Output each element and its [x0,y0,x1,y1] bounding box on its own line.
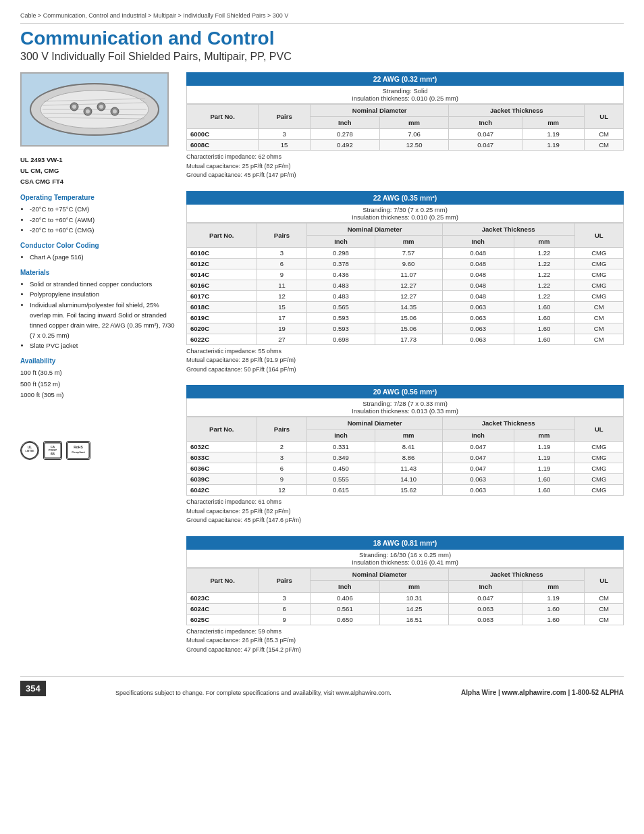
cell-nd-in: 0.593 [307,312,375,323]
cell-jt-mm: 1.60 [514,301,574,312]
availability-heading: Availability [20,357,176,365]
cell-jt-mm: 1.22 [514,269,574,280]
svg-text:Compliant: Compliant [72,450,85,454]
note-line: Mutual capacitance: 25 pF/ft (82 pF/m) [186,163,291,170]
table-notes-4: Characteristic impedance: 59 ohmsMutual … [186,625,624,655]
table-row: 6020C 19 0.593 15.06 0.063 1.60 CM [187,323,624,334]
col-mm-1: mm [375,429,442,442]
svg-text:LISTEE: LISTEE [26,450,34,452]
table-header-2: 22 AWG (0.35 mm²) [186,191,624,205]
cell-pairs: 17 [257,312,307,323]
cell-jt-in: 0.047 [442,442,514,452]
cell-jt-mm: 1.60 [522,603,585,614]
cell-nd-in: 0.555 [307,474,375,485]
cell-jt-mm: 1.60 [514,474,574,485]
svg-point-11 [86,109,90,113]
svg-text:CA: CA [51,445,55,448]
cell-ul: CMG [574,474,623,485]
cell-jt-in: 0.063 [442,323,514,334]
col-part-no: Part No. [187,417,257,442]
col-pairs: Pairs [257,223,307,247]
col-inch-2: Inch [442,235,514,247]
cell-ul: CM [585,129,624,140]
cell-jt-mm: 1.60 [514,312,574,323]
cell-part: 6018C [187,301,257,312]
footer-left: 354 [20,681,46,696]
cell-ul: CM [585,140,624,151]
cell-jt-in: 0.048 [442,247,514,258]
cell-nd-mm: 17.73 [375,334,442,344]
cell-jt-mm: 1.60 [514,323,574,334]
table-row: 6012C 6 0.378 9.60 0.048 1.22 CMG [187,258,624,269]
cell-jt-in: 0.047 [442,452,514,463]
cell-nd-in: 0.436 [307,269,375,280]
cell-nd-in: 0.378 [307,258,375,269]
cell-nd-mm: 9.60 [375,258,442,269]
col-part-no: Part No. [187,105,259,129]
cell-nd-mm: 15.06 [375,312,442,323]
col-pairs: Pairs [257,417,307,442]
col-inch-1: Inch [310,580,379,592]
cell-part: 6020C [187,323,257,334]
cell-part: 6000C [187,129,259,140]
cell-ul: CMG [574,280,623,290]
table-notes-1: Characteristic impedance: 62 ohmsMutual … [186,151,624,180]
footer-brand: Alpha Wire | www.alphawire.com | 1-800-5… [461,689,624,696]
cell-part: 6039C [187,474,257,485]
availability-line-1: 100 ft (30.5 m) [20,367,176,378]
cell-jt-in: 0.063 [449,614,522,625]
cell-part: 6019C [187,312,257,323]
col-jacket-thick: Jacket Thickness [449,568,585,580]
col-mm-1: mm [379,117,449,129]
cell-part: 6042C [187,485,257,496]
table-row: 6010C 3 0.298 7.57 0.048 1.22 CMG [187,247,624,258]
cell-nd-in: 0.483 [307,290,375,301]
cell-nd-mm: 8.86 [375,452,442,463]
cell-jt-in: 0.048 [442,280,514,290]
cell-nd-mm: 12.27 [375,280,442,290]
availability-line-3: 1000 ft (305 m) [20,390,176,400]
table-notes-2: Characteristic impedance: 55 ohmsMutual … [186,345,624,375]
cell-nd-in: 0.565 [307,301,375,312]
operating-temp-heading: Operating Temperature [20,194,176,201]
table-row: 6024C 6 0.561 14.25 0.063 1.60 CM [187,603,624,614]
cell-pairs: 15 [257,301,307,312]
col-mm-2: mm [514,235,574,247]
cell-nd-in: 0.483 [307,280,375,290]
note-line: Mutual capacitance: 25 pF/ft (82 pF/m) [186,508,291,515]
col-jacket-thick: Jacket Thickness [449,105,585,117]
table-row: 6000C 3 0.278 7.06 0.047 1.19 CM [187,129,624,140]
cell-ul: CM [574,334,623,344]
cell-part: 6022C [187,334,257,344]
cell-nd-in: 0.593 [307,323,375,334]
cell-nd-in: 0.331 [307,442,375,452]
col-nominal-diam: Nominal Diameter [310,105,449,117]
cell-ul: CM [574,301,623,312]
cell-ul: CMG [574,452,623,463]
table-row: 6022C 27 0.698 17.73 0.063 1.60 CM [187,334,624,344]
main-title: Communication and Control [20,28,624,49]
cell-nd-mm: 12.50 [379,140,449,151]
cert-line-3: CSA CMG FT4 [20,176,176,187]
cell-jt-in: 0.063 [449,603,522,614]
cell-pairs: 9 [257,474,307,485]
col-nominal-diam: Nominal Diameter [307,417,442,429]
table-row: 6039C 9 0.555 14.10 0.063 1.60 CMG [187,474,624,485]
svg-text:UL: UL [28,446,32,449]
cell-jt-mm: 1.19 [514,452,574,463]
cell-nd-in: 0.298 [307,247,375,258]
cell-ul: CMG [574,442,623,452]
operating-temp-list: -20°C to +75°C (CM) -20°C to +60°C (AWM)… [20,204,176,235]
cell-jt-in: 0.063 [442,474,514,485]
cell-jt-mm: 1.19 [514,463,574,474]
col-mm-2: mm [522,117,585,129]
col-ul: UL [585,105,624,129]
cell-nd-in: 0.450 [307,463,375,474]
table-row: 6032C 2 0.331 8.41 0.047 1.19 CMG [187,442,624,452]
cell-nd-mm: 12.27 [375,290,442,301]
left-panel: UL 2493 VW-1 UL CM, CMG CSA CMG FT4 Oper… [20,72,176,665]
table-row: 6018C 15 0.565 14.35 0.063 1.60 CM [187,301,624,312]
list-item: -20°C to +60°C (CMG) [30,225,176,235]
note-line: Ground capacitance: 45 pF/ft (147.6 pF/m… [186,517,301,523]
table-row: 6008C 15 0.492 12.50 0.047 1.19 CM [187,140,624,151]
